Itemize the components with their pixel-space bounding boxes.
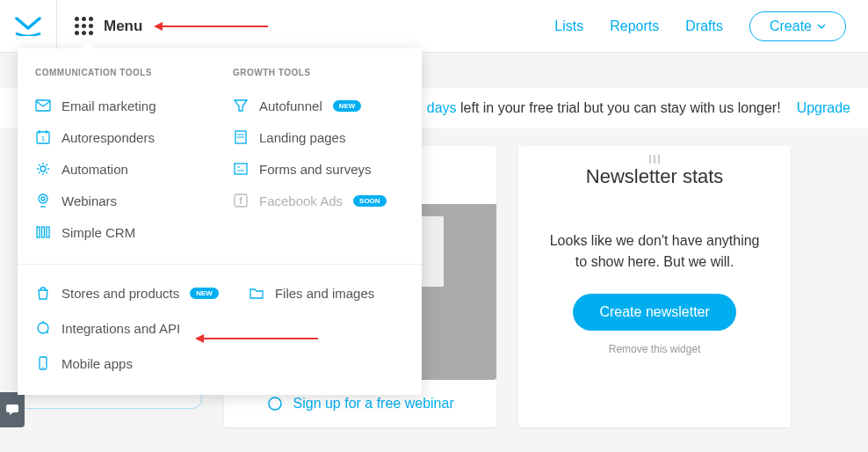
gear-icon (35, 161, 51, 177)
create-button[interactable]: Create (749, 11, 846, 41)
svg-rect-9 (42, 227, 45, 237)
facebook-icon: f (233, 193, 249, 208)
communication-tools-heading: COMMUNICATION TOOLS (35, 68, 206, 77)
svg-text:f: f (239, 196, 242, 206)
menu-facebook-ads[interactable]: fFacebook AdsSOON (233, 185, 404, 216)
growth-tools-heading: GROWTH TOOLS (233, 68, 404, 77)
menu-files-images[interactable]: Files and images (249, 279, 374, 307)
svg-point-7 (41, 197, 45, 200)
nav-reports[interactable]: Reports (610, 18, 659, 34)
mobile-icon (35, 355, 51, 371)
menu-landing-pages[interactable]: Landing pages (233, 121, 404, 153)
envelope-icon (35, 98, 51, 113)
funnel-icon (233, 98, 249, 113)
upgrade-link[interactable]: Upgrade (797, 100, 850, 116)
grid-icon (75, 17, 93, 35)
menu-automation[interactable]: Automation (35, 153, 206, 185)
newsletter-empty-text: Looks like we don't have anything to sho… (518, 204, 791, 294)
menu-email-marketing[interactable]: Email marketing (35, 90, 206, 121)
menu-stores-products[interactable]: Stores and productsNEW (35, 279, 219, 307)
svg-point-5 (40, 166, 46, 171)
svg-point-6 (39, 194, 47, 203)
nav-drafts[interactable]: Drafts (685, 18, 723, 34)
chat-tab[interactable] (0, 392, 25, 427)
svg-rect-10 (47, 227, 49, 237)
menu-mobile-apps[interactable]: Mobile apps (35, 349, 404, 377)
nav-lists[interactable]: Lists (554, 18, 583, 34)
trial-text: left in your free trial but you can stay… (457, 100, 781, 115)
plug-icon (35, 320, 51, 336)
annotation-arrow (204, 338, 318, 339)
form-icon (233, 161, 249, 177)
columns-icon (35, 224, 51, 240)
webinar-icon (267, 396, 283, 412)
calendar-icon: 1 (35, 129, 51, 145)
svg-rect-8 (37, 227, 40, 237)
menu-integrations-api[interactable]: Integrations and API (35, 314, 180, 342)
newsletter-stats-card: Newsletter stats Looks like we don't hav… (518, 146, 791, 427)
chat-icon (5, 404, 19, 416)
annotation-arrow (163, 26, 268, 27)
remove-widget-link[interactable]: Remove this widget (609, 343, 701, 355)
new-badge: NEW (333, 100, 362, 112)
svg-rect-12 (235, 164, 247, 174)
menu-button[interactable]: Menu (57, 0, 160, 53)
soon-badge: SOON (353, 195, 387, 207)
svg-point-0 (269, 397, 281, 410)
page-icon (233, 129, 249, 145)
create-label: Create (770, 18, 812, 34)
trial-days: days (427, 100, 457, 115)
bag-icon (35, 285, 51, 301)
webcam-icon (35, 193, 51, 208)
new-badge: NEW (190, 288, 219, 299)
svg-text:1: 1 (41, 135, 46, 142)
menu-webinars[interactable]: Webinars (35, 185, 206, 216)
menu-label: Menu (104, 18, 142, 35)
create-newsletter-button[interactable]: Create newsletter (573, 294, 735, 331)
drag-handle-icon[interactable] (649, 155, 660, 164)
svg-rect-2 (36, 100, 50, 111)
menu-autoresponders[interactable]: 1Autoresponders (35, 121, 206, 153)
chevron-down-icon (817, 24, 826, 29)
menu-simple-crm[interactable]: Simple CRM (35, 216, 206, 248)
logo[interactable] (0, 0, 57, 53)
svg-rect-1 (6, 405, 18, 412)
menu-dropdown: COMMUNICATION TOOLS Email marketing 1Aut… (18, 48, 422, 395)
menu-autofunnel[interactable]: AutofunnelNEW (233, 90, 404, 121)
menu-forms-surveys[interactable]: Forms and surveys (233, 153, 404, 185)
svg-point-17 (42, 367, 44, 368)
folder-icon (249, 285, 264, 301)
